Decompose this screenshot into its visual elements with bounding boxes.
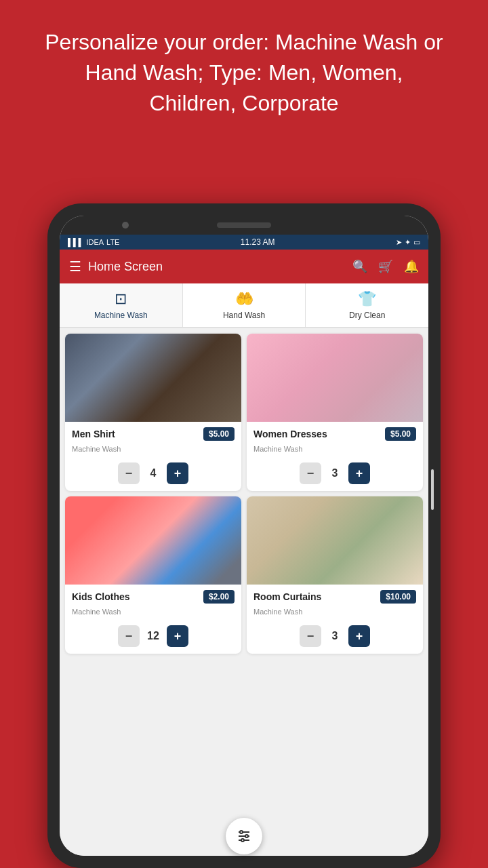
product-price-women-dresses: $5.00 xyxy=(385,427,416,441)
category-tabs: ⊡ Machine Wash 🤲 Hand Wash 👕 Dry Clean xyxy=(60,283,428,328)
product-subtitle-kids-clothes: Machine Wash xyxy=(65,606,241,620)
product-info-women-dresses: Women Dresses $5.00 xyxy=(247,422,423,443)
battery-icon: ▭ xyxy=(413,238,420,247)
quantity-control-room-curtains: − 3 + xyxy=(247,620,423,654)
product-name-kids-clothes: Kids Clothes xyxy=(72,591,130,602)
product-card-kids-clothes: Kids Clothes $2.00 Machine Wash − 12 + xyxy=(65,496,241,654)
phone-screen: ▌▌▌ IDEA LTE 11.23 AM ➤ ✦ ▭ ☰ Home Scree… xyxy=(60,216,428,856)
product-subtitle-men-shirt: Machine Wash xyxy=(65,443,241,457)
qty-plus-kids-clothes[interactable]: + xyxy=(167,625,188,647)
cart-icon[interactable]: 🛒 xyxy=(378,259,393,274)
status-bar: ▌▌▌ IDEA LTE 11.23 AM ➤ ✦ ▭ xyxy=(60,235,428,250)
phone-notch xyxy=(60,216,428,235)
product-subtitle-room-curtains: Machine Wash xyxy=(247,606,423,620)
tab-hand-wash[interactable]: 🤲 Hand Wash xyxy=(183,283,306,327)
qty-minus-kids-clothes[interactable]: − xyxy=(118,625,140,647)
qty-value-room-curtains: 3 xyxy=(328,630,342,642)
product-price-room-curtains: $10.00 xyxy=(380,590,416,604)
bell-icon[interactable]: 🔔 xyxy=(404,259,419,274)
signal-icon: ▌▌▌ xyxy=(68,238,83,246)
hand-wash-icon: 🤲 xyxy=(235,290,253,308)
phone-shell: ▌▌▌ IDEA LTE 11.23 AM ➤ ✦ ▭ ☰ Home Scree… xyxy=(47,203,441,868)
qty-plus-room-curtains[interactable]: + xyxy=(348,625,370,647)
product-info-kids-clothes: Kids Clothes $2.00 xyxy=(65,585,241,606)
qty-plus-men-shirt[interactable]: + xyxy=(167,462,188,484)
status-right: ➤ ✦ ▭ xyxy=(396,238,420,247)
scroll-indicator xyxy=(431,469,434,510)
tab-hand-wash-label: Hand Wash xyxy=(223,311,265,320)
status-left: ▌▌▌ IDEA LTE xyxy=(68,238,119,246)
nav-actions: 🔍 🛒 🔔 xyxy=(352,259,419,274)
qty-minus-women-dresses[interactable]: − xyxy=(300,462,321,484)
quantity-control-men-shirt: − 4 + xyxy=(65,457,241,491)
product-subtitle-women-dresses: Machine Wash xyxy=(247,443,423,457)
svg-point-4 xyxy=(245,835,248,837)
bluetooth-icon: ✦ xyxy=(405,238,411,247)
qty-value-women-dresses: 3 xyxy=(328,467,342,479)
carrier-label: IDEA xyxy=(86,238,104,246)
tab-dry-clean-label: Dry Clean xyxy=(349,311,385,320)
product-image-men-shirt xyxy=(65,334,241,422)
tab-dry-clean[interactable]: 👕 Dry Clean xyxy=(306,283,428,327)
product-price-men-shirt: $5.00 xyxy=(203,427,235,441)
product-card-room-curtains: Room Curtains $10.00 Machine Wash − 3 + xyxy=(247,496,423,654)
product-info-men-shirt: Men Shirt $5.00 xyxy=(65,422,241,443)
svg-point-5 xyxy=(241,839,244,842)
dry-clean-icon: 👕 xyxy=(358,290,376,308)
quantity-control-kids-clothes: − 12 + xyxy=(65,620,241,654)
product-image-kids-clothes xyxy=(65,496,241,585)
product-info-room-curtains: Room Curtains $10.00 xyxy=(247,585,423,606)
status-time: 11.23 AM xyxy=(241,237,275,247)
product-card-women-dresses: Women Dresses $5.00 Machine Wash − 3 + xyxy=(247,334,423,491)
quantity-control-women-dresses: − 3 + xyxy=(247,457,423,491)
product-name-men-shirt: Men Shirt xyxy=(72,429,115,439)
qty-value-kids-clothes: 12 xyxy=(146,630,160,642)
product-name-room-curtains: Room Curtains xyxy=(253,591,321,602)
nav-title: Home Screen xyxy=(88,260,352,274)
product-name-women-dresses: Women Dresses xyxy=(253,429,327,439)
tab-machine-wash-label: Machine Wash xyxy=(94,311,148,320)
qty-plus-women-dresses[interactable]: + xyxy=(348,462,370,484)
tab-machine-wash[interactable]: ⊡ Machine Wash xyxy=(60,283,183,327)
product-card-men-shirt: Men Shirt $5.00 Machine Wash − 4 + xyxy=(65,334,241,491)
product-image-women-dresses xyxy=(247,334,423,422)
network-label: LTE xyxy=(106,238,119,246)
qty-minus-men-shirt[interactable]: − xyxy=(118,462,140,484)
speaker-grille xyxy=(217,222,271,228)
search-icon[interactable]: 🔍 xyxy=(352,259,367,274)
svg-point-3 xyxy=(240,831,243,833)
qty-minus-room-curtains[interactable]: − xyxy=(300,625,321,647)
product-image-room-curtains xyxy=(247,496,423,585)
products-grid: Men Shirt $5.00 Machine Wash − 4 + Women… xyxy=(60,328,428,856)
product-price-kids-clothes: $2.00 xyxy=(203,590,235,604)
location-icon: ➤ xyxy=(396,238,402,247)
filter-fab-container xyxy=(226,818,262,854)
hero-text: Personalize your order: Machine Wash or … xyxy=(0,0,488,138)
machine-wash-icon: ⊡ xyxy=(115,290,127,308)
filter-fab-button[interactable] xyxy=(226,818,262,854)
menu-icon[interactable]: ☰ xyxy=(69,258,81,275)
qty-value-men-shirt: 4 xyxy=(146,467,160,479)
nav-bar: ☰ Home Screen 🔍 🛒 🔔 xyxy=(60,250,428,283)
camera-dot xyxy=(122,222,129,229)
